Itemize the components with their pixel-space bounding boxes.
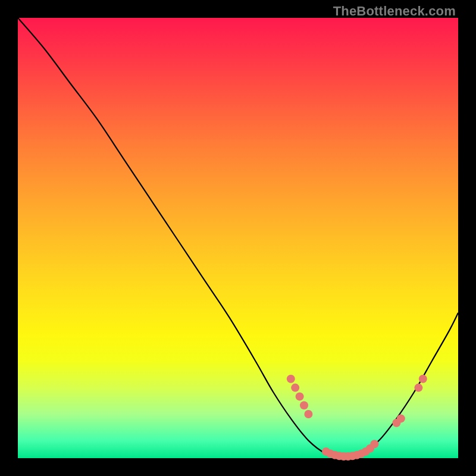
- scatter-dot: [304, 410, 312, 418]
- scatter-dot: [397, 414, 405, 422]
- scatter-dot: [370, 440, 378, 448]
- scatter-dot: [419, 375, 427, 383]
- scatter-dot: [291, 384, 299, 392]
- scatter-dot: [300, 401, 308, 409]
- scatter-dot: [414, 384, 422, 392]
- scatter-dots: [287, 375, 427, 461]
- scatter-dot: [296, 392, 304, 400]
- chart-svg: [18, 18, 458, 458]
- scatter-dot: [287, 375, 295, 383]
- watermark-text: TheBottleneck.com: [333, 4, 456, 19]
- bottleneck-curve: [18, 18, 458, 458]
